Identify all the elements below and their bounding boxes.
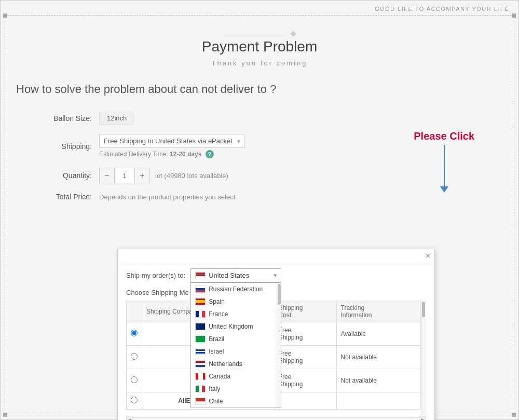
shipping-select[interactable]: Free Shipping to United States via ePack… [99, 134, 244, 148]
country-select-display[interactable]: United States ▼ [190, 268, 281, 282]
dropdown-item-it[interactable]: Italy [191, 383, 281, 395]
it-flag-icon [195, 385, 206, 392]
aliexpress-cost-cell [274, 392, 336, 410]
dropdown-item-fr[interactable]: France [191, 308, 281, 320]
total-price-row: Total Price: Depends on the product prop… [47, 193, 503, 201]
cl-flag-icon [195, 398, 206, 405]
ship-to-row: Ship my order(s) to: United States ▼ [126, 268, 426, 282]
epacket-cost-cell: FreeShipping [274, 322, 336, 346]
col-radio [127, 301, 142, 322]
country-select-wrapper[interactable]: United States ▼ Russian Federation S [190, 268, 281, 282]
dropdown-scrollbar [277, 283, 281, 408]
delivery-time-prefix: Estimated Delivery Time: [99, 151, 168, 158]
dropdown-item-il[interactable]: Israel [191, 345, 281, 358]
shipping-select-wrapper[interactable]: Free Shipping to United States via ePack… [99, 134, 244, 148]
h-scroll-left-btn[interactable]: ◀ [126, 416, 133, 420]
airmail-cost-cell: FreeShipping [274, 369, 336, 392]
fr-flag-icon [195, 310, 206, 318]
dropdown-item-ru[interactable]: Russian Federation [191, 283, 281, 295]
ballon-size-label: Ballon Size: [47, 114, 99, 123]
dropdown-item-ca[interactable]: Canada [191, 370, 281, 383]
dropdown-scrollbar-thumb [278, 284, 281, 305]
modal-close-btn[interactable]: × [426, 251, 430, 261]
airparcel-tracking-cell: Not available [336, 346, 420, 369]
aliexpress-tracking-cell [336, 392, 420, 410]
header-line-left [224, 34, 286, 34]
country-name-it: Italy [209, 385, 220, 392]
country-dropdown-list: Russian Federation Spain France [190, 282, 281, 408]
gb-flag-icon [195, 323, 206, 330]
country-name-es: Spain [209, 298, 225, 305]
country-name-ca: Canada [209, 373, 230, 380]
aliexpress-radio-cell [127, 392, 142, 410]
country-name-fr: France [209, 310, 228, 318]
main-content: Payment Problem Thank you for coming How… [16, 32, 503, 404]
airparcel-radio-cell [127, 346, 142, 369]
col-tracking: TrackingInformation [336, 301, 420, 322]
dropdown-item-nl[interactable]: Netherlands [191, 358, 281, 370]
delivery-time-value: 12-20 days [170, 151, 201, 158]
airparcel-cost-cell: FreeShipping [274, 346, 336, 369]
shipping-select-container: Free Shipping to United States via ePack… [99, 134, 244, 158]
es-flag-icon [195, 298, 206, 305]
aliexpress-radio[interactable] [131, 397, 138, 403]
quantity-input[interactable] [114, 168, 135, 183]
corner-tl [3, 13, 7, 18]
br-flag-icon [195, 335, 206, 343]
qty-plus-btn[interactable]: + [135, 168, 149, 183]
epacket-tracking-cell: Available [336, 322, 420, 346]
country-name-il: Israel [209, 348, 224, 355]
ru-flag-icon [195, 286, 206, 293]
ca-flag-icon [195, 373, 206, 380]
country-name-ru: Russian Federation [209, 286, 263, 293]
ballon-size-value: 12inch [99, 112, 134, 125]
modal-container: × Ship my order(s) to: United States ▼ [117, 249, 435, 420]
quantity-note: lot (49980 lots available) [155, 172, 228, 180]
dropdown-item-br[interactable]: Brazil [191, 333, 281, 345]
h-scroll-track [133, 417, 419, 420]
modal-body: Ship my order(s) to: United States ▼ [118, 263, 434, 420]
nl-flag-icon [195, 360, 206, 368]
corner-bl [3, 413, 7, 417]
arrow-down [440, 145, 448, 193]
table-scrollbar-v [421, 301, 426, 415]
page-subtitle: Thank you for coming [16, 59, 503, 67]
page-question: How to solve the problem about can not d… [16, 83, 503, 96]
page-wrapper: GOOD LIFE TO ACCOMPANY YOUR LIFE Payment… [0, 0, 519, 420]
header-decoration [16, 32, 503, 36]
quantity-label: Quantity: [47, 171, 99, 180]
airmail-radio[interactable] [131, 376, 138, 383]
country-name-br: Brazil [209, 335, 224, 343]
total-price-value: Depends on the product properties you se… [99, 193, 235, 201]
total-price-label: Total Price: [47, 193, 99, 201]
il-flag-icon [195, 348, 206, 355]
please-click-annotation: Please Click [414, 130, 474, 193]
arrow-line [444, 145, 445, 186]
table-scrollbar-thumb [422, 302, 425, 317]
epacket-radio-cell [127, 322, 142, 346]
modal-header-bar: × [118, 249, 434, 263]
header-diamond-left [290, 31, 296, 36]
corner-br [512, 413, 516, 417]
airparcel-radio[interactable] [131, 353, 138, 360]
country-name-cl: Chile [209, 398, 223, 405]
country-name-nl: Netherlands [209, 360, 242, 368]
arrow-head-icon [440, 186, 448, 193]
epacket-radio[interactable] [131, 330, 138, 336]
please-click-text: Please Click [414, 130, 474, 142]
delivery-time: Estimated Delivery Time: 12-20 days ? [99, 150, 244, 158]
page-header: Payment Problem Thank you for coming [16, 32, 503, 67]
h-scroll-right-btn[interactable]: ▶ [419, 416, 426, 420]
qty-minus-btn[interactable]: − [100, 168, 114, 183]
country-name-gb: United Kingdom [209, 323, 253, 330]
dropdown-item-es[interactable]: Spain [191, 295, 281, 308]
dropdown-item-gb[interactable]: United Kingdom [191, 320, 281, 333]
h-scroll-area: ◀ ▶ [126, 416, 426, 420]
us-flag-icon [195, 272, 206, 279]
ship-to-label: Ship my order(s) to: [126, 272, 185, 279]
selected-country-text: United States [209, 272, 249, 279]
dropdown-item-cl[interactable]: Chile [191, 395, 281, 408]
page-title: Payment Problem [16, 38, 503, 55]
branding-text: GOOD LIFE TO ACCOMPANY YOUR LIFE [375, 6, 509, 12]
quantity-control: − + [99, 168, 150, 183]
